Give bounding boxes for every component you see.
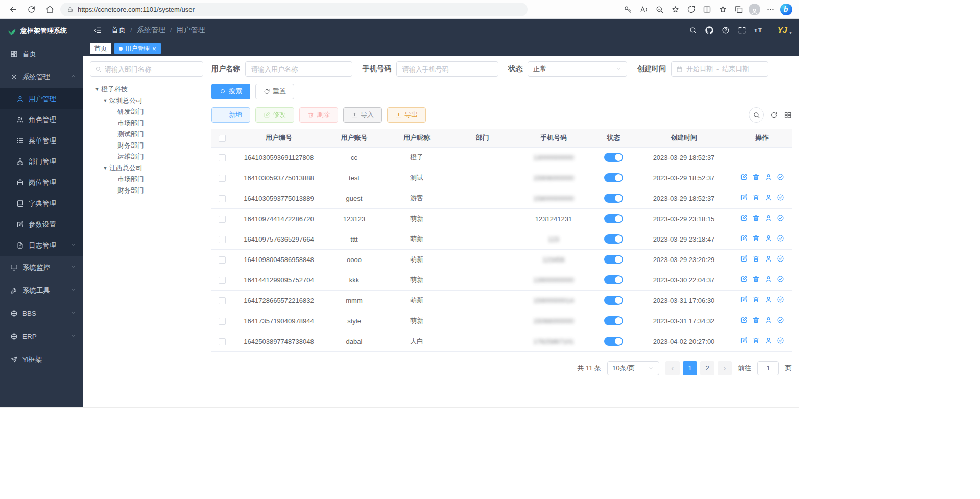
status-toggle[interactable] [604,316,623,325]
row-checkbox[interactable] [219,175,226,182]
browser-reload-button[interactable] [23,2,39,17]
font-size-button[interactable]: тT [751,22,766,38]
search-button[interactable]: 搜索 [211,84,250,99]
row-checkbox[interactable] [219,297,226,304]
next-page-button[interactable]: › [718,361,732,375]
page-button-2[interactable]: 2 [700,361,714,375]
import-button[interactable]: 导入 [343,107,382,123]
table-row[interactable]: 1641441299095752704kkk萌新139000000002023-… [211,270,792,290]
row-delete-button[interactable] [752,194,760,201]
row-checkbox[interactable] [219,216,226,223]
phone-input[interactable] [396,61,498,77]
table-row[interactable]: 1641735719040978944style萌新15066000000202… [211,311,792,331]
row-assign-role-button[interactable] [777,275,784,283]
reset-button[interactable]: 重置 [255,84,294,99]
row-edit-button[interactable] [740,255,748,263]
edit-button[interactable]: 修改 [255,107,294,123]
sidebar-item-post-management[interactable]: 岗位管理 [0,172,83,193]
tree-node[interactable]: ▼深圳总公司 [90,95,203,106]
sidebar-item-log-management[interactable]: 日志管理 [0,235,83,256]
sidebar-item-menu-management[interactable]: 菜单管理 [0,130,83,151]
row-delete-button[interactable] [752,296,760,303]
tree-node[interactable]: 运维部门 [90,151,203,162]
read-aloud-button[interactable] [636,2,651,17]
row-assign-role-button[interactable] [777,337,784,344]
close-icon[interactable]: × [152,45,156,52]
date-range-picker[interactable]: 开始日期 - 结束日期 [671,61,768,77]
question-button[interactable] [718,22,733,38]
row-edit-button[interactable] [740,296,748,303]
table-row[interactable]: 1641030593775013888test测试159060000002023… [211,168,792,188]
row-delete-button[interactable] [752,255,760,263]
refresh-table-button[interactable] [770,111,778,119]
row-edit-button[interactable] [740,173,748,181]
row-reset-password-button[interactable] [764,194,772,201]
toggle-search-button[interactable] [749,107,764,123]
row-edit-button[interactable] [740,275,748,283]
sidebar-item-system-management[interactable]: 系统管理 [0,65,83,88]
row-delete-button[interactable] [752,173,760,181]
key-button[interactable] [620,2,635,17]
row-reset-password-button[interactable] [764,255,772,263]
split-screen-button[interactable] [699,2,714,17]
status-toggle[interactable] [604,275,623,284]
row-checkbox[interactable] [219,154,226,161]
prev-page-button[interactable]: ‹ [665,361,680,375]
status-toggle[interactable] [604,153,623,162]
status-toggle[interactable] [604,255,623,264]
status-toggle[interactable] [604,296,623,305]
row-reset-password-button[interactable] [764,214,772,222]
table-row[interactable]: 1641728665572216832mmm萌新159000000142023-… [211,290,792,311]
fullscreen-button[interactable] [734,22,750,38]
column-settings-button[interactable] [784,111,792,119]
sidebar-item-bbs[interactable]: BBS [0,302,83,325]
row-delete-button[interactable] [752,234,760,242]
browser-home-button[interactable] [42,2,57,17]
tab-user-management[interactable]: 用户管理× [114,43,161,54]
table-row[interactable]: 1641098004586958848oooo萌新1234562023-03-2… [211,249,792,270]
sidebar-item-home[interactable]: 首页 [0,42,83,65]
status-toggle[interactable] [604,234,623,244]
favorites-bar-button[interactable] [715,2,730,17]
row-assign-role-button[interactable] [777,173,784,181]
row-delete-button[interactable] [752,275,760,283]
tree-node[interactable]: 市场部门 [90,174,203,185]
tab-home[interactable]: 首页 [90,43,111,54]
tree-node[interactable]: ▼江西总公司 [90,162,203,174]
tree-node[interactable]: 财务部门 [90,185,203,196]
github-button[interactable] [702,22,717,38]
favorite-add-button[interactable] [667,2,683,17]
row-reset-password-button[interactable] [764,234,772,242]
row-assign-role-button[interactable] [777,214,784,222]
more-button[interactable] [762,2,778,17]
tree-node[interactable]: 财务部门 [90,140,203,151]
status-toggle[interactable] [604,337,623,346]
row-reset-password-button[interactable] [764,296,772,303]
row-reset-password-button[interactable] [764,316,772,324]
row-checkbox[interactable] [219,195,226,202]
browser-back-button[interactable] [5,2,20,17]
user-menu[interactable]: YJ ▾ [777,25,792,35]
row-edit-button[interactable] [740,214,748,222]
row-assign-role-button[interactable] [777,234,784,242]
row-checkbox[interactable] [219,236,226,243]
goto-page-input[interactable] [757,361,779,375]
browser-profile-button[interactable] [747,2,762,17]
row-edit-button[interactable] [740,234,748,242]
row-delete-button[interactable] [752,337,760,344]
page-button-1[interactable]: 1 [683,361,697,375]
table-row[interactable]: 1641030593775013889guest游客15800000000202… [211,188,792,208]
table-row[interactable]: 1642503897748738048dabai大白17825867101202… [211,331,792,351]
tree-node[interactable]: 研发部门 [90,106,203,117]
sidebar-item-dept-management[interactable]: 部门管理 [0,151,83,172]
tree-node[interactable]: 测试部门 [90,129,203,140]
table-row[interactable]: 1641097441472286720123123萌新1231241231202… [211,208,792,229]
delete-button[interactable]: 删除 [299,107,338,123]
sidebar-item-yi-framework[interactable]: Yi框架 [0,348,83,371]
sidebar-item-role-management[interactable]: 角色管理 [0,109,83,130]
breadcrumb-item-home[interactable]: 首页 [111,26,126,35]
table-row[interactable]: 1641097576365297664tttt萌新1232023-03-29 2… [211,229,792,249]
breadcrumb-item-system[interactable]: 系统管理 [137,26,165,35]
address-bar[interactable]: https://ccnetcore.com:1101/system/user [60,3,528,16]
username-input[interactable] [245,61,352,77]
